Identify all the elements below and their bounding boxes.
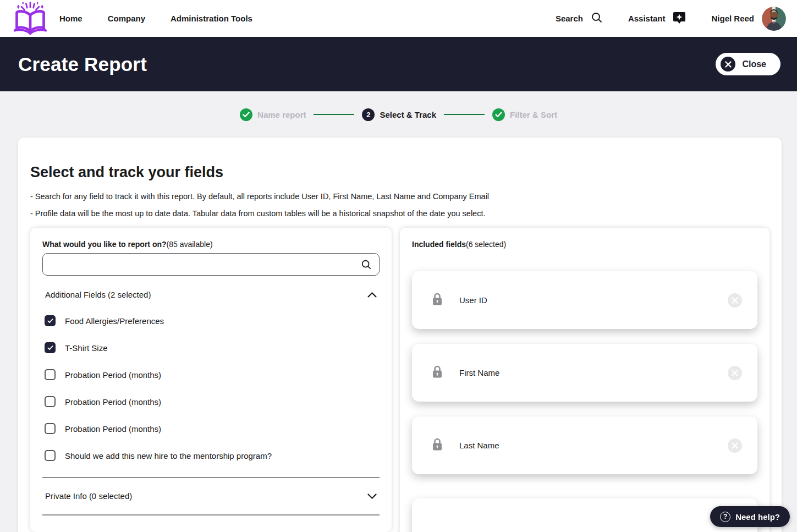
available-fields-question: What would you like to report on?	[42, 240, 167, 249]
wizard-stepper: Name report 2 Select & Track Filter & So…	[0, 91, 797, 138]
top-nav: Home Company Administration Tools Search…	[0, 0, 797, 37]
remove-field-icon[interactable]	[728, 293, 742, 308]
primary-nav: Home Company Administration Tools	[59, 14, 278, 23]
user-menu[interactable]: Nigel Reed	[711, 7, 786, 31]
select-track-card: Select and track your fields - Search fo…	[18, 138, 782, 532]
available-fields-panel: What would you like to report on?(85 ava…	[30, 228, 392, 532]
section-additional-fields[interactable]: Additional Fields(2 selected)	[42, 288, 380, 300]
field-checkbox-row[interactable]: Should we add this new hire to the mento…	[45, 450, 380, 461]
step-label: Name report	[257, 110, 306, 119]
included-fields-count: (6 selected)	[466, 240, 506, 249]
checkbox-checked-icon[interactable]	[45, 315, 56, 326]
section-private-info[interactable]: Private Info(0 selected)	[42, 478, 380, 514]
section-title: Private Info	[45, 491, 87, 501]
chevron-up-icon	[367, 290, 377, 300]
assistant-button[interactable]: Assistant	[628, 10, 686, 26]
close-icon	[721, 57, 735, 72]
field-checkbox-row[interactable]: Probation Period (months)	[45, 423, 380, 434]
field-label: T-Shirt Size	[65, 343, 108, 353]
included-field-card[interactable]: First Name	[412, 344, 757, 402]
need-help-label: Need help?	[735, 512, 780, 522]
global-search-button[interactable]: Search	[556, 12, 603, 26]
section-title: Additional Fields	[45, 290, 106, 299]
close-button[interactable]: Close	[716, 53, 780, 75]
checkbox-unchecked-icon[interactable]	[45, 369, 56, 380]
app-logo-book-sparkles-icon[interactable]	[12, 1, 48, 37]
chevron-down-icon	[367, 491, 377, 501]
field-label: Food Allergies/Preferences	[65, 316, 164, 326]
included-field-name: User ID	[459, 295, 487, 305]
field-search-input[interactable]	[42, 253, 380, 276]
user-name: Nigel Reed	[711, 14, 754, 23]
field-checkbox-row[interactable]: T-Shirt Size	[45, 342, 380, 353]
nav-company[interactable]: Company	[108, 14, 145, 23]
assistant-chat-sparkle-icon	[673, 10, 686, 26]
step-name-report[interactable]: Name report	[240, 108, 306, 121]
field-checkbox-row[interactable]: Probation Period (months)	[45, 369, 380, 380]
included-field-card[interactable]: User ID	[412, 271, 757, 329]
lock-icon	[432, 292, 443, 308]
included-field-card[interactable]	[412, 498, 757, 532]
included-fields-title: Included fields	[412, 240, 466, 249]
search-label: Search	[556, 14, 583, 23]
note-profile-data: - Profile data will be the most up to da…	[30, 209, 769, 218]
included-field-name: First Name	[459, 368, 499, 377]
field-label: Probation Period (months)	[65, 397, 161, 407]
remove-field-icon[interactable]	[728, 438, 742, 453]
step-complete-check-icon	[240, 108, 252, 121]
section-title: Select and track your fields	[30, 164, 769, 181]
nav-home[interactable]: Home	[59, 14, 83, 23]
user-avatar	[762, 7, 786, 31]
step-number-badge: 2	[362, 108, 375, 121]
included-field-name: Last Name	[459, 441, 499, 450]
assistant-label: Assistant	[628, 14, 666, 23]
included-field-card[interactable]: Last Name	[412, 416, 757, 474]
remove-field-icon[interactable]	[728, 366, 742, 380]
section-count: (2 selected)	[108, 290, 151, 299]
page-header: Create Report Close	[0, 37, 797, 91]
lock-icon	[432, 437, 443, 453]
field-label: Probation Period (months)	[65, 370, 161, 380]
included-fields-label: Included fields(6 selected)	[412, 240, 757, 249]
nav-administration-tools[interactable]: Administration Tools	[171, 14, 252, 23]
lock-icon	[432, 365, 443, 381]
question-circle-icon: ?	[720, 512, 730, 522]
available-fields-label: What would you like to report on?(85 ava…	[42, 240, 380, 249]
step-select-track[interactable]: 2 Select & Track	[362, 108, 436, 121]
page-title: Create Report	[18, 53, 147, 75]
step-complete-check-icon	[492, 108, 505, 121]
need-help-button[interactable]: ? Need help?	[710, 506, 790, 527]
step-label: Filter & Sort	[510, 110, 557, 119]
search-icon	[591, 12, 603, 26]
note-default-fields: - Search for any field to track it with …	[30, 192, 769, 201]
checkbox-checked-icon[interactable]	[45, 342, 56, 353]
field-checkbox-row[interactable]: Food Allergies/Preferences	[45, 315, 380, 326]
available-fields-count: (85 available)	[167, 240, 213, 249]
field-label: Probation Period (months)	[65, 424, 161, 434]
close-label: Close	[742, 59, 766, 69]
included-fields-panel: Included fields(6 selected) User ID	[400, 228, 769, 532]
section-count: (0 selected)	[89, 491, 132, 501]
field-checkbox-row[interactable]: Probation Period (months)	[45, 396, 380, 407]
stepper-connector	[444, 114, 485, 115]
step-filter-sort[interactable]: Filter & Sort	[492, 108, 557, 121]
checkbox-unchecked-icon[interactable]	[45, 423, 56, 434]
search-icon	[361, 259, 372, 272]
checkbox-unchecked-icon[interactable]	[45, 450, 56, 461]
field-label: Should we add this new hire to the mento…	[65, 451, 272, 460]
stepper-connector	[314, 114, 354, 115]
section-divider	[42, 514, 380, 515]
checkbox-unchecked-icon[interactable]	[45, 396, 56, 407]
step-label: Select & Track	[380, 110, 436, 119]
